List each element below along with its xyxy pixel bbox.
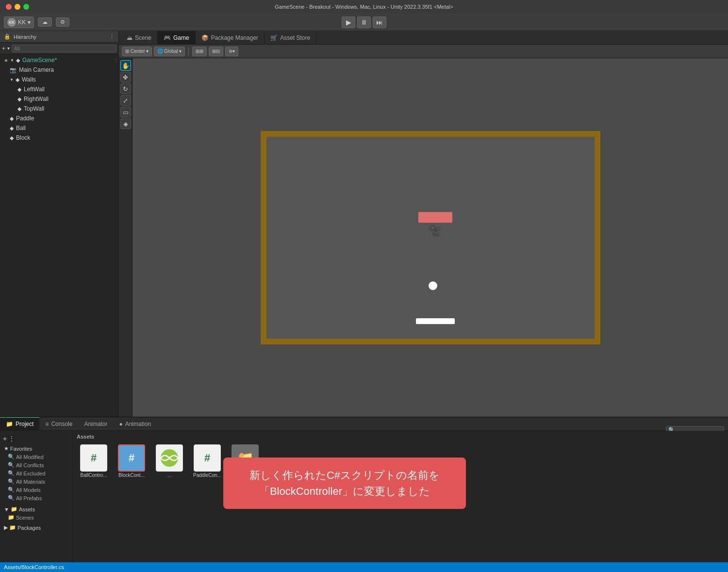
paddle-icon: ◆ <box>10 115 14 122</box>
global-dropdown-btn[interactable]: 🌐 Global ▾ <box>154 47 185 56</box>
hierarchy-search-input[interactable] <box>12 45 116 52</box>
scene-tab-icon: ⛰ <box>127 34 132 41</box>
hierarchy-item-walls[interactable]: ▼ ◆ Walls <box>0 75 118 84</box>
blockcontroller-icon: # <box>118 444 145 472</box>
move-tool-btn[interactable]: ✥ <box>120 72 131 82</box>
proj-item-all-modified[interactable]: 🔍 All Modified <box>0 453 72 461</box>
gamemanager-name: ... <box>167 473 171 478</box>
asset-item-paddlecontroller[interactable]: # PaddleCon... <box>190 443 224 479</box>
proj-item-scenes[interactable]: 📁 Scenes <box>0 513 72 522</box>
hierarchy-item-maincamera[interactable]: 📷 Main Camera <box>0 65 118 75</box>
hierarchy-item-rightwall[interactable]: ◆ RightWall <box>0 94 118 104</box>
paddlecontroller-icon: # <box>194 444 221 472</box>
asset-item-ballcontroller[interactable]: # BallContro... <box>77 443 111 479</box>
block-icon: ◆ <box>10 135 14 141</box>
all-materials-label: All Materials <box>16 479 45 485</box>
asset-item-blockcontroller[interactable]: # BlockCont... <box>115 443 149 479</box>
proj-item-all-conflicts[interactable]: 🔍 All Conflicts <box>0 461 72 469</box>
close-button[interactable] <box>6 4 12 10</box>
hierarchy-title: Hierarchy <box>14 34 106 40</box>
profile-button[interactable]: KK KK ▾ <box>4 16 34 28</box>
main-layout: 🔒 Hierarchy ⋮ + ▾ ★ ▼ ◆ GameScene* ⋮ <box>0 31 728 562</box>
asset-item-gamemanager[interactable]: ... <box>152 443 186 479</box>
assets-area: Assets # BallContro... # Block <box>73 431 728 562</box>
hierarchy-item-block[interactable]: ◆ Block <box>0 133 118 143</box>
tab-game[interactable]: 🎮 Game <box>158 31 196 45</box>
chevron-down-icon: ▾ <box>28 19 31 26</box>
grid-btn-2[interactable]: ⊞⊟ <box>209 47 223 56</box>
hierarchy-content: ★ ▼ ◆ GameScene* ⋮ 📷 Main Camera ▼ ◆ Wal… <box>0 54 118 417</box>
walls-label: Walls <box>22 76 36 83</box>
hierarchy-add-btn[interactable]: + <box>2 45 5 52</box>
step-button[interactable]: ⏭ <box>373 16 386 28</box>
maincamera-label: Main Camera <box>19 66 54 73</box>
tab-animation[interactable]: ● Animation <box>113 417 157 431</box>
scene-tab-label: Scene <box>135 34 151 41</box>
lock-icon: 🔒 <box>4 33 11 40</box>
traffic-lights <box>6 4 29 10</box>
assets-folder-section[interactable]: ▼ 📁 Assets <box>0 505 72 513</box>
favorites-section[interactable]: ★ Favorites <box>0 444 72 453</box>
rotate-tool-btn[interactable]: ↻ <box>120 83 131 94</box>
project-menu-btn[interactable]: ⋮ <box>9 435 15 442</box>
play-button[interactable]: ▶ <box>342 16 355 28</box>
game-tab-label: Game <box>173 34 189 41</box>
minimize-button[interactable] <box>15 4 20 10</box>
annotation-box: 新しく作られたC#スクリプトの名前を 「BlockController」に変更し… <box>223 458 466 509</box>
scale-tool-btn[interactable]: ⤢ <box>120 95 131 106</box>
pause-button[interactable]: ⏸ <box>357 16 371 28</box>
proj-item-all-models[interactable]: 🔍 All Models <box>0 486 72 494</box>
camera-game-icon: 🎥 <box>427 224 442 238</box>
tab-asset-store[interactable]: 🛒 Asset Store <box>265 31 316 45</box>
gamescene-menu-icon[interactable]: ⋮ <box>114 58 118 63</box>
asset-store-icon: 🛒 <box>270 34 278 41</box>
hierarchy-item-ball[interactable]: ◆ Ball <box>0 123 118 133</box>
game-block-element <box>418 212 452 223</box>
hierarchy-item-gamescene[interactable]: ★ ▼ ◆ GameScene* ⋮ <box>0 55 118 65</box>
tab-project[interactable]: 📁 Project <box>0 417 39 431</box>
grid-btn-1[interactable]: ⊞⊞ <box>192 47 207 56</box>
assets-folder-label: Assets <box>19 507 35 512</box>
hierarchy-menu-icon[interactable]: ⋮ <box>109 33 115 40</box>
game-view: 🎥 <box>132 58 728 417</box>
paddlecontroller-name: PaddleCon... <box>193 473 221 478</box>
hierarchy-search-btn[interactable]: ▾ <box>7 46 10 51</box>
proj-item-all-prefabs[interactable]: 🔍 All Prefabs <box>0 494 72 502</box>
tabs-bar: ⛰ Scene 🎮 Game 📦 Package Manager 🛒 Asset… <box>119 31 728 45</box>
window-title: GameScene - Breakout - Windows, Mac, Lin… <box>275 4 453 10</box>
project-add-btn[interactable]: + <box>3 435 7 442</box>
view-options-btn[interactable]: ≋▾ <box>225 47 238 56</box>
leftwall-icon: ◆ <box>17 86 21 93</box>
tab-scene[interactable]: ⛰ Scene <box>121 31 158 45</box>
proj-item-all-excluded[interactable]: 🔍 All Excluded <box>0 469 72 477</box>
topwall-icon: ◆ <box>17 106 21 112</box>
tab-package-manager[interactable]: 📦 Package Manager <box>196 31 265 45</box>
center-dropdown-btn[interactable]: ⊞ Center ▾ <box>122 47 152 56</box>
avatar: KK <box>7 18 16 27</box>
hierarchy-item-leftwall[interactable]: ◆ LeftWall <box>0 84 118 94</box>
hierarchy-item-topwall[interactable]: ◆ TopWall <box>0 104 118 114</box>
annotation-line2: 「BlockController」に変更しました <box>237 483 452 499</box>
hierarchy-item-paddle[interactable]: ◆ Paddle <box>0 114 118 123</box>
maximize-button[interactable] <box>23 4 29 10</box>
game-tab-icon: 🎮 <box>164 34 171 41</box>
proj-item-all-materials[interactable]: 🔍 All Materials <box>0 477 72 486</box>
tab-animator[interactable]: Animator <box>78 417 113 431</box>
topwall-label: TopWall <box>24 105 44 112</box>
hand-tool-btn[interactable]: ✋ <box>120 60 131 71</box>
settings-gear-button[interactable]: ⚙ <box>56 17 69 27</box>
hierarchy-header: 🔒 Hierarchy ⋮ <box>0 31 118 43</box>
animation-tab-label: Animation <box>125 421 151 427</box>
tab-console[interactable]: ≡ Console <box>39 417 78 431</box>
game-inner: 🎥 <box>266 137 595 339</box>
center-label: ⊞ Center <box>125 49 145 54</box>
blockcontroller-name: BlockCont... <box>118 473 145 478</box>
hierarchy-panel: 🔒 Hierarchy ⋮ + ▾ ★ ▼ ◆ GameScene* ⋮ <box>0 31 119 417</box>
cloud-button[interactable]: ☁ <box>38 17 52 27</box>
packages-section[interactable]: ▶ 📁 Packages <box>0 523 72 532</box>
packages-label: Packages <box>17 525 41 531</box>
transform-tool-btn[interactable]: ◈ <box>120 118 131 129</box>
scene-area: ✋ ✥ ↻ ⤢ ▭ ◈ 🎥 <box>119 58 728 417</box>
walls-expand-icon: ▼ <box>10 78 14 82</box>
rect-tool-btn[interactable]: ▭ <box>120 107 131 117</box>
